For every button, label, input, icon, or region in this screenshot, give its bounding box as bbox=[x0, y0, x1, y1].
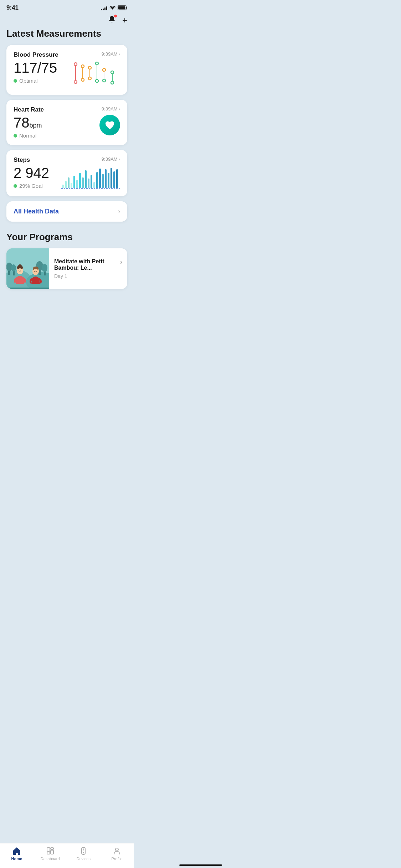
svg-point-6 bbox=[81, 65, 84, 68]
svg-line-58 bbox=[20, 271, 21, 271]
svg-rect-23 bbox=[68, 177, 70, 188]
svg-line-63 bbox=[36, 271, 37, 272]
steps-value: 2 942 bbox=[14, 165, 49, 181]
notifications-bell-button[interactable] bbox=[107, 15, 117, 25]
steps-chart bbox=[61, 165, 120, 190]
heart-rate-value: 78bpm bbox=[14, 115, 42, 130]
svg-rect-24 bbox=[71, 183, 72, 188]
heart-rate-status: Normal bbox=[14, 133, 42, 139]
steps-status: 29% Goal bbox=[14, 183, 49, 189]
all-health-label: All Health Data bbox=[14, 208, 59, 215]
battery-icon bbox=[118, 5, 127, 10]
svg-rect-32 bbox=[93, 182, 95, 188]
svg-point-9 bbox=[88, 66, 91, 69]
svg-rect-38 bbox=[110, 168, 112, 188]
svg-rect-34 bbox=[99, 169, 101, 188]
program-image bbox=[6, 248, 49, 289]
heart-rate-icon bbox=[99, 115, 120, 135]
blood-pressure-value: 117/75 bbox=[14, 60, 57, 76]
status-icons bbox=[101, 5, 127, 10]
svg-rect-26 bbox=[76, 180, 78, 188]
svg-rect-40 bbox=[116, 169, 118, 188]
blood-pressure-time: 9:39AM › bbox=[102, 51, 120, 57]
svg-point-55 bbox=[18, 264, 22, 268]
blood-pressure-status: Optimal bbox=[14, 78, 57, 84]
all-health-chevron: › bbox=[118, 208, 120, 215]
svg-line-57 bbox=[19, 271, 20, 271]
svg-rect-39 bbox=[113, 171, 115, 188]
program-name: Meditate with Petit Bambou: Le... bbox=[54, 258, 120, 271]
program-title-row: Meditate with Petit Bambou: Le... › bbox=[54, 258, 122, 271]
notification-dot bbox=[114, 14, 117, 18]
svg-line-62 bbox=[34, 271, 35, 272]
svg-rect-2 bbox=[118, 6, 125, 10]
svg-rect-30 bbox=[88, 179, 89, 188]
blood-pressure-title: Blood Pressure bbox=[14, 51, 58, 58]
signal-icon bbox=[101, 5, 107, 10]
svg-rect-36 bbox=[105, 169, 107, 188]
svg-point-5 bbox=[74, 81, 77, 83]
heart-rate-status-dot bbox=[14, 134, 17, 138]
latest-measurements-title: Latest Measurements bbox=[6, 28, 127, 39]
svg-point-12 bbox=[96, 62, 98, 65]
svg-point-52 bbox=[42, 264, 47, 272]
steps-chevron: › bbox=[119, 156, 120, 162]
svg-rect-29 bbox=[85, 170, 87, 188]
main-content: Latest Measurements Blood Pressure 9:39A… bbox=[0, 28, 134, 325]
blood-pressure-chart bbox=[70, 60, 120, 88]
svg-rect-21 bbox=[62, 185, 64, 188]
svg-point-3 bbox=[74, 63, 77, 66]
svg-point-20 bbox=[111, 81, 114, 84]
svg-rect-22 bbox=[65, 181, 67, 188]
svg-point-17 bbox=[103, 79, 106, 82]
svg-rect-1 bbox=[127, 7, 127, 9]
svg-rect-33 bbox=[96, 172, 98, 188]
svg-rect-25 bbox=[73, 176, 75, 188]
svg-point-11 bbox=[88, 77, 91, 80]
svg-rect-31 bbox=[91, 175, 92, 188]
svg-point-48 bbox=[11, 264, 16, 272]
heart-rate-time: 9:39AM › bbox=[102, 106, 120, 112]
steps-status-dot bbox=[14, 184, 17, 188]
status-bar: 9:41 bbox=[0, 0, 134, 14]
heart-shape-icon bbox=[104, 120, 115, 130]
program-chevron: › bbox=[120, 258, 122, 266]
wifi-icon bbox=[109, 6, 115, 10]
svg-rect-37 bbox=[108, 173, 109, 188]
svg-rect-35 bbox=[102, 174, 104, 188]
blood-pressure-status-dot bbox=[14, 79, 17, 83]
blood-pressure-card[interactable]: Blood Pressure 9:39AM › 117/75 Optimal bbox=[6, 45, 127, 95]
svg-point-18 bbox=[111, 71, 114, 74]
svg-point-14 bbox=[96, 79, 98, 82]
svg-rect-28 bbox=[82, 177, 84, 188]
program-day: Day 1 bbox=[54, 273, 122, 279]
add-button[interactable]: + bbox=[122, 16, 127, 25]
programs-title: Your Programs bbox=[6, 232, 127, 243]
svg-rect-27 bbox=[79, 173, 81, 188]
steps-time: 9:39AM › bbox=[102, 156, 120, 162]
heart-rate-title: Heart Rate bbox=[14, 106, 44, 113]
header: + bbox=[0, 14, 134, 28]
heart-rate-chevron: › bbox=[119, 106, 120, 112]
status-time: 9:41 bbox=[6, 4, 19, 11]
svg-point-15 bbox=[103, 68, 106, 71]
steps-title: Steps bbox=[14, 156, 30, 164]
blood-pressure-chevron: › bbox=[119, 51, 120, 57]
program-card[interactable]: Meditate with Petit Bambou: Le... › Day … bbox=[6, 248, 127, 289]
steps-card[interactable]: Steps 9:39AM › 2 942 29% Goal bbox=[6, 150, 127, 196]
program-info: Meditate with Petit Bambou: Le... › Day … bbox=[49, 248, 127, 289]
svg-point-8 bbox=[81, 78, 84, 81]
heart-rate-card[interactable]: Heart Rate 9:39AM › 78bpm Normal bbox=[6, 100, 127, 145]
all-health-data-button[interactable]: All Health Data › bbox=[6, 201, 127, 222]
